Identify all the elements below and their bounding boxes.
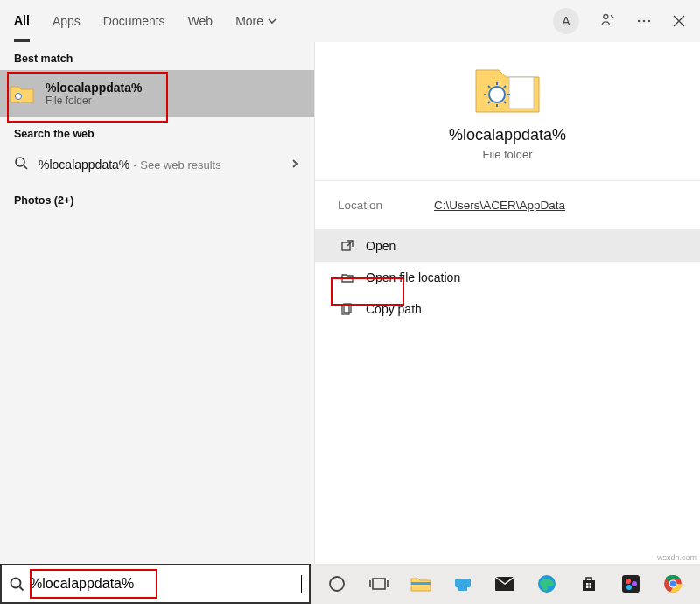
location-value[interactable]: C:\Users\ACER\AppData (434, 199, 565, 212)
web-query: %localappdata% (38, 158, 130, 172)
tab-more-label: More (235, 14, 263, 28)
svg-point-12 (330, 577, 344, 591)
action-list: Open Open file location Copy path (315, 230, 700, 325)
action-copy-path-label: Copy path (366, 302, 422, 316)
search-icon (9, 576, 24, 592)
action-copy-path[interactable]: Copy path (315, 293, 700, 325)
search-input[interactable] (30, 576, 303, 592)
store-icon[interactable] (577, 572, 601, 596)
watermark: wsxdn.com (657, 553, 696, 562)
preview-pane: %localappdata% File folder Location C:\U… (315, 42, 700, 564)
svg-rect-21 (586, 586, 589, 589)
photos-label[interactable]: Photos (2+) (0, 184, 314, 212)
chrome-icon[interactable] (661, 572, 685, 596)
tab-web[interactable]: Web (188, 0, 214, 42)
search-main: Best match %localappdata% File folder Se… (0, 42, 700, 564)
cortana-icon[interactable] (325, 572, 349, 596)
tab-apps[interactable]: Apps (52, 0, 80, 42)
svg-point-3 (648, 20, 651, 23)
svg-point-24 (626, 579, 631, 584)
svg-point-5 (16, 158, 24, 166)
best-match-subtitle: File folder (46, 95, 305, 107)
user-avatar[interactable]: A (553, 8, 579, 34)
feedback-icon[interactable] (598, 12, 616, 30)
search-web-label: Search the web (0, 117, 314, 145)
folder-icon (9, 81, 35, 107)
tab-documents[interactable]: Documents (103, 0, 165, 42)
preview-header: %localappdata% File folder (315, 42, 700, 181)
text-caret (301, 575, 302, 593)
location-row: Location C:\Users\ACER\AppData (315, 181, 700, 230)
search-tabs-bar: All Apps Documents Web More A (0, 0, 700, 42)
svg-rect-8 (342, 242, 350, 250)
svg-point-11 (11, 579, 21, 588)
web-hint: - See web results (133, 158, 220, 172)
svg-point-4 (16, 94, 22, 100)
copy-icon (338, 303, 357, 315)
chevron-down-icon (267, 16, 277, 26)
svg-point-1 (638, 20, 640, 23)
svg-rect-20 (590, 583, 592, 586)
tab-all[interactable]: All (14, 0, 30, 42)
action-open-file-location[interactable]: Open file location (315, 262, 700, 293)
best-match-body: %localappdata% File folder (46, 81, 305, 107)
tab-more[interactable]: More (235, 0, 277, 42)
more-options-icon[interactable] (635, 12, 653, 30)
svg-point-2 (643, 20, 646, 23)
best-match-result[interactable]: %localappdata% File folder (0, 70, 314, 117)
search-box[interactable] (0, 564, 311, 604)
results-pane: Best match %localappdata% File folder Se… (0, 42, 315, 564)
mail-icon[interactable] (493, 572, 517, 596)
action-open-file-location-label: Open file location (366, 270, 460, 284)
preview-subtitle: File folder (482, 148, 532, 161)
search-icon (14, 156, 28, 173)
app-icon-2[interactable] (619, 572, 643, 596)
preview-title: %localappdata% (449, 126, 566, 144)
task-view-icon[interactable] (367, 572, 391, 596)
svg-point-7 (489, 87, 505, 102)
svg-rect-19 (586, 583, 589, 586)
folder-icon (471, 58, 544, 119)
best-match-title: %localappdata% (46, 81, 305, 95)
top-right-controls: A (553, 8, 700, 34)
taskbar (311, 564, 700, 604)
svg-rect-14 (411, 582, 430, 585)
svg-rect-6 (509, 77, 534, 109)
svg-rect-22 (590, 586, 592, 589)
close-icon[interactable] (672, 14, 686, 28)
bottom-bar (0, 564, 700, 604)
edge-icon[interactable] (535, 572, 559, 596)
svg-point-26 (626, 585, 632, 590)
best-match-label: Best match (0, 42, 314, 70)
folder-outline-icon (338, 271, 357, 284)
file-explorer-icon[interactable] (409, 572, 433, 596)
action-open-label: Open (366, 239, 396, 253)
svg-point-25 (632, 581, 637, 586)
svg-point-29 (670, 581, 676, 587)
svg-point-0 (604, 15, 608, 19)
svg-rect-13 (373, 579, 385, 589)
chevron-right-icon (290, 157, 300, 172)
svg-rect-16 (458, 587, 467, 591)
location-label: Location (338, 199, 434, 212)
svg-rect-15 (455, 579, 471, 587)
open-icon (338, 240, 357, 252)
action-open[interactable]: Open (315, 230, 700, 262)
web-search-row[interactable]: %localappdata% - See web results (0, 145, 314, 184)
app-icon-1[interactable] (451, 572, 475, 596)
